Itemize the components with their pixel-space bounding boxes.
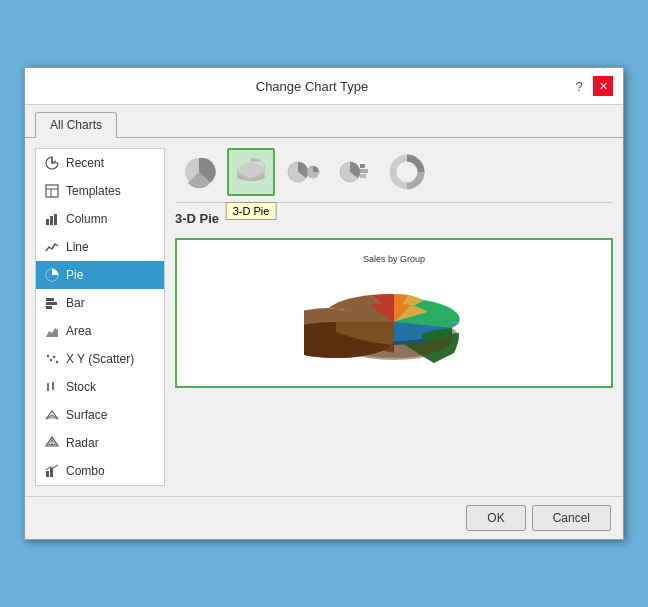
sidebar-item-xy[interactable]: X Y (Scatter) <box>36 345 164 373</box>
title-bar: Change Chart Type ? ✕ <box>25 68 623 105</box>
sidebar-item-line[interactable]: Line <box>36 233 164 261</box>
dialog-footer: OK Cancel <box>25 496 623 539</box>
sidebar-item-column[interactable]: Column <box>36 205 164 233</box>
subtype-3d-pie-btn[interactable]: 3-D Pie <box>227 148 275 196</box>
svg-point-13 <box>53 356 55 358</box>
sidebar-item-bar[interactable]: Bar <box>36 289 164 317</box>
sidebar-label-surface: Surface <box>66 408 107 422</box>
chart-type-label: 3-D Pie <box>175 211 613 226</box>
svg-rect-33 <box>360 174 366 178</box>
ok-button[interactable]: OK <box>466 505 525 531</box>
change-chart-type-dialog: Change Chart Type ? ✕ All Charts Recent <box>24 67 624 540</box>
svg-rect-4 <box>50 216 53 225</box>
svg-rect-3 <box>46 219 49 225</box>
svg-rect-24 <box>46 471 49 477</box>
dialog-title: Change Chart Type <box>55 79 569 94</box>
tab-bar: All Charts <box>25 105 623 138</box>
sidebar-label-templates: Templates <box>66 184 121 198</box>
svg-rect-25 <box>50 468 53 477</box>
radar-icon <box>44 435 60 451</box>
recent-icon <box>44 155 60 171</box>
subtype-donut-btn[interactable] <box>383 148 431 196</box>
sidebar-item-stock[interactable]: Stock <box>36 373 164 401</box>
stock-icon <box>44 379 60 395</box>
sidebar-item-combo[interactable]: Combo <box>36 457 164 485</box>
chart-panel: 3-D Pie <box>175 148 613 486</box>
sidebar-item-templates[interactable]: Templates <box>36 177 164 205</box>
svg-point-11 <box>47 355 49 357</box>
chart-preview: Sales by Group <box>175 238 613 388</box>
column-icon <box>44 211 60 227</box>
subtype-bar-of-pie-btn[interactable] <box>331 148 379 196</box>
line-icon <box>44 239 60 255</box>
title-bar-buttons: ? ✕ <box>569 76 613 96</box>
preview-title: Sales by Group <box>363 254 425 264</box>
sidebar-item-recent[interactable]: Recent <box>36 149 164 177</box>
area-icon <box>44 323 60 339</box>
pie-icon <box>44 267 60 283</box>
svg-rect-0 <box>46 185 58 197</box>
subtype-pie-of-pie-btn[interactable] <box>279 148 327 196</box>
surface-icon <box>44 407 60 423</box>
sidebar-label-recent: Recent <box>66 156 104 170</box>
chart-subtype-row: 3-D Pie <box>175 148 613 203</box>
svg-rect-9 <box>46 306 52 309</box>
sidebar-label-area: Area <box>66 324 91 338</box>
cancel-button[interactable]: Cancel <box>532 505 611 531</box>
svg-rect-8 <box>46 302 57 305</box>
svg-rect-31 <box>360 164 365 168</box>
help-button[interactable]: ? <box>569 76 589 96</box>
subtype-pie-btn[interactable] <box>175 148 223 196</box>
close-button[interactable]: ✕ <box>593 76 613 96</box>
sidebar-label-pie: Pie <box>66 268 83 282</box>
sidebar-item-radar[interactable]: Radar <box>36 429 164 457</box>
chart-type-sidebar: Recent Templates <box>35 148 165 486</box>
sidebar-label-stock: Stock <box>66 380 96 394</box>
dialog-body: Recent Templates <box>25 138 623 496</box>
bar-icon <box>44 295 60 311</box>
sidebar-label-column: Column <box>66 212 107 226</box>
svg-rect-32 <box>360 169 368 173</box>
xy-icon <box>44 351 60 367</box>
sidebar-label-bar: Bar <box>66 296 85 310</box>
sidebar-label-combo: Combo <box>66 464 105 478</box>
sidebar-label-radar: Radar <box>66 436 99 450</box>
svg-rect-7 <box>46 298 54 301</box>
sidebar-label-xy: X Y (Scatter) <box>66 352 134 366</box>
sidebar-item-pie[interactable]: Pie <box>36 261 164 289</box>
sidebar-item-surface[interactable]: Surface <box>36 401 164 429</box>
tab-all-charts[interactable]: All Charts <box>35 112 117 138</box>
svg-marker-10 <box>46 328 58 337</box>
svg-rect-5 <box>54 214 57 225</box>
sidebar-label-line: Line <box>66 240 89 254</box>
svg-point-14 <box>56 361 58 363</box>
combo-icon <box>44 463 60 479</box>
sidebar-item-area[interactable]: Area <box>36 317 164 345</box>
templates-icon <box>44 183 60 199</box>
svg-point-12 <box>50 359 52 361</box>
